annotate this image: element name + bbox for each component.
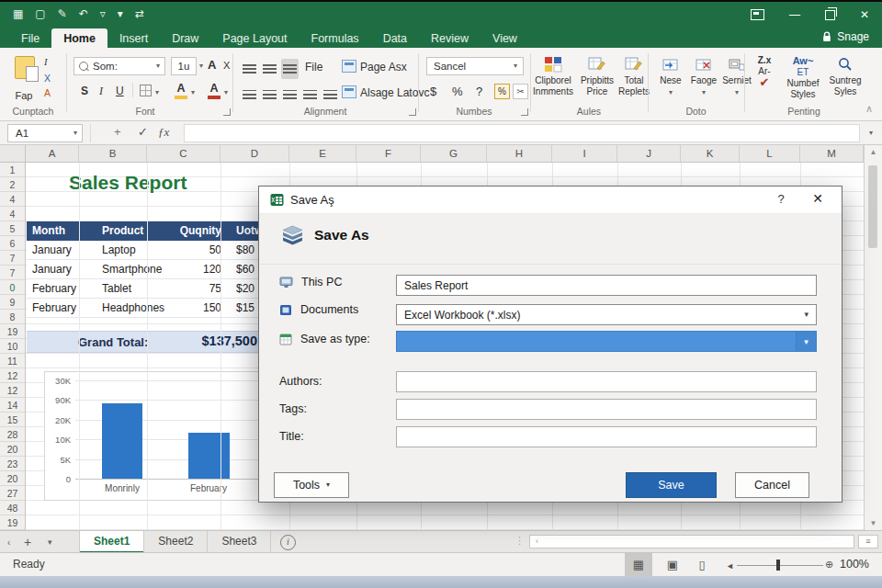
row-header-7[interactable]: 7 — [0, 251, 25, 266]
sheet-tab-sheet2[interactable]: Sheet2 — [144, 531, 208, 553]
column-header-H[interactable]: H — [487, 145, 552, 162]
row-header-6[interactable]: 6 — [0, 236, 25, 251]
merge-center-button[interactable]: Alsage Latovc — [360, 86, 429, 99]
customize-qat-icon[interactable]: ⇄ — [135, 8, 144, 19]
tab-page-layout[interactable]: Page Layout — [210, 28, 299, 48]
nav-save-as-type[interactable]: Save as type: — [279, 333, 370, 345]
chart-bar-Monrinly[interactable] — [102, 403, 142, 479]
select-all-corner[interactable] — [0, 145, 26, 163]
draw-icon[interactable]: ✎ — [58, 8, 67, 19]
zoom-slider-handle[interactable] — [776, 560, 780, 571]
insert-function-plus-icon[interactable]: + — [114, 126, 121, 138]
italic-button[interactable]: I — [99, 85, 103, 98]
row-header-9[interactable]: 0 — [0, 280, 25, 295]
wrap-text-icon[interactable] — [342, 60, 356, 73]
minimize-button[interactable]: — — [789, 8, 800, 21]
font-color-chevron-icon[interactable]: ▾ — [224, 89, 228, 96]
number-dialog-launcher[interactable] — [521, 108, 528, 116]
scroll-down-icon[interactable]: ▼ — [865, 519, 882, 527]
table-row[interactable]: JanuaryLaptop50$80 — [27, 241, 258, 260]
table-row[interactable]: JanuarySmartphone120$60 — [27, 260, 258, 279]
font-size-select[interactable]: 1u — [171, 57, 197, 75]
undo-icon[interactable]: ↶ — [79, 8, 88, 19]
row-header-14[interactable]: 11 — [0, 354, 25, 368]
align-right-icon[interactable] — [281, 85, 299, 105]
font-color-button[interactable]: A — [208, 83, 220, 99]
row-header-22[interactable]: 20 — [0, 471, 25, 486]
all-sheets-menu-icon[interactable]: ▾ — [48, 531, 52, 553]
find-select-button[interactable]: Aw~ ET Numbef Styles — [781, 55, 825, 100]
normal-view-button[interactable]: ▦ — [625, 553, 652, 576]
align-middle-icon[interactable] — [261, 59, 278, 79]
fill-color-button[interactable]: A — [175, 83, 187, 99]
tab-file[interactable]: File — [9, 28, 51, 48]
tab-data[interactable]: Data — [371, 28, 419, 48]
paste-button[interactable]: Fap — [6, 90, 42, 101]
column-header-E[interactable]: E — [289, 145, 356, 162]
page-break-view-button[interactable]: ▯ — [689, 553, 715, 576]
nav-this-pc[interactable]: This PC — [279, 276, 342, 288]
sort-filter-button[interactable]: Z.x Ar- ✔ — [748, 55, 781, 89]
scroll-left-icon[interactable]: ‹ — [536, 537, 538, 546]
insert-cells-button[interactable]: Nese ▾ — [654, 55, 687, 97]
row-header-1[interactable]: 1 — [0, 163, 25, 177]
filetype-select[interactable]: Excel Workbook (*.xlsx) ▾ — [396, 304, 817, 325]
bold-button[interactable]: S — [81, 85, 88, 97]
splitter-dots-icon[interactable]: ⋮ — [514, 535, 525, 547]
row-header-16[interactable]: 12 — [0, 383, 25, 398]
row-header-8[interactable]: 7 — [0, 266, 25, 280]
enter-icon[interactable]: ✓ — [138, 126, 148, 138]
fx-icon[interactable]: ƒx — [158, 126, 169, 138]
excel-logo-icon[interactable]: ▦ — [13, 8, 23, 19]
nav-documents[interactable]: Documents — [279, 303, 358, 316]
tab-home[interactable]: Home — [51, 28, 107, 48]
column-header-A[interactable]: A — [26, 145, 79, 162]
column-header-J[interactable]: J — [617, 145, 681, 162]
column-header-D[interactable]: D — [220, 145, 289, 162]
zoom-slider-track[interactable] — [737, 565, 823, 566]
decrease-decimal-button[interactable]: ✂ — [513, 84, 528, 99]
column-header-K[interactable]: K — [681, 145, 740, 162]
row-header-11[interactable]: 8 — [0, 310, 25, 324]
column-header-G[interactable]: G — [421, 145, 487, 162]
delete-cells-button[interactable]: Faoge ▾ — [687, 55, 720, 97]
vertical-scrollbar[interactable]: ▲ ▼ — [864, 145, 882, 530]
number-format-select[interactable]: Sancel ▾ — [426, 57, 524, 75]
wrap-text-button[interactable]: Page Asx — [360, 61, 407, 74]
display-settings-icon[interactable] — [751, 9, 764, 20]
row-header-4[interactable]: 4 — [0, 207, 25, 221]
column-headers[interactable]: ABCDEFGHIJKLM — [26, 145, 864, 163]
tools-button[interactable]: Tools ▾ — [274, 472, 349, 498]
underline-button[interactable]: U — [116, 85, 124, 97]
tab-insert[interactable]: Insert — [107, 28, 160, 48]
column-header-F[interactable]: F — [356, 145, 421, 162]
alignment-dialog-launcher[interactable] — [409, 108, 416, 116]
row-header-2[interactable]: 2 — [0, 177, 25, 192]
share-button[interactable]: Snage — [822, 30, 869, 43]
comma-style-button[interactable]: ? — [476, 85, 482, 98]
borders-chevron-icon[interactable]: ▾ — [155, 89, 159, 96]
row-header-20[interactable]: 20 — [0, 442, 25, 457]
align-top-icon[interactable] — [241, 59, 258, 79]
redo-dropdown-icon[interactable]: ▾ — [118, 8, 123, 19]
paste-icon[interactable] — [15, 56, 35, 79]
cell-styles-button[interactable]: Total Replets — [616, 55, 652, 97]
format-painter-icon[interactable]: A — [44, 87, 51, 98]
row-header-12[interactable]: 19 — [0, 324, 25, 339]
column-header-M[interactable]: M — [800, 145, 864, 162]
new-sheet-button[interactable]: + — [24, 531, 31, 553]
conditional-formatting-button[interactable]: Clipborel Inmments — [531, 55, 575, 97]
sheet-tab-sheet1[interactable]: Sheet1 — [80, 531, 144, 553]
increase-indent-icon[interactable] — [322, 85, 339, 105]
decrease-indent-icon[interactable] — [301, 85, 319, 105]
dialog-close-button[interactable]: ✕ — [807, 191, 829, 206]
undo-dropdown-icon[interactable]: ▿ — [100, 8, 106, 19]
formula-input[interactable] — [184, 124, 860, 142]
row-header-19[interactable]: 28 — [0, 427, 25, 442]
expand-formula-bar-icon[interactable]: ▾ — [869, 130, 873, 137]
grand-total-row[interactable]: Grand Total: $137,500 — [27, 331, 258, 353]
row-header-25[interactable]: 19 — [0, 515, 25, 530]
close-button[interactable]: ✕ — [860, 8, 869, 21]
tab-draw[interactable]: Draw — [160, 28, 210, 48]
tags-input[interactable] — [396, 399, 817, 420]
